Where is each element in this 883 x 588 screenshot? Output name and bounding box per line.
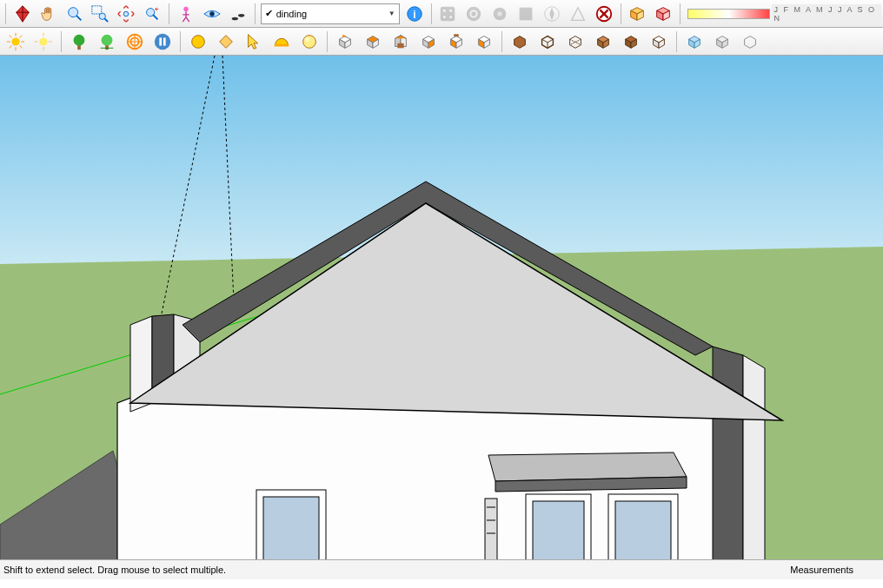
triangle-icon[interactable] bbox=[566, 1, 590, 27]
svg-line-36 bbox=[20, 45, 23, 48]
svg-point-12 bbox=[231, 17, 237, 20]
back-icon[interactable] bbox=[443, 29, 469, 55]
svg-point-20 bbox=[450, 16, 453, 18]
render1-icon[interactable] bbox=[681, 29, 707, 55]
style2-icon[interactable] bbox=[534, 29, 561, 55]
svg-marker-79 bbox=[488, 453, 687, 481]
toolbar-row-1: ✔ dinding ▼ i J F M A M J J A S O N bbox=[0, 0, 883, 28]
svg-point-10 bbox=[183, 6, 189, 11]
separator bbox=[255, 3, 256, 24]
sun1-icon[interactable] bbox=[3, 29, 29, 55]
month-scale: J F M A M J J A S O N bbox=[772, 4, 882, 23]
dice-icon[interactable] bbox=[435, 1, 460, 27]
svg-line-3 bbox=[76, 15, 81, 20]
style1-icon[interactable] bbox=[507, 29, 533, 55]
helmet-icon[interactable] bbox=[269, 29, 295, 55]
zoom-extents-icon[interactable] bbox=[114, 1, 138, 27]
tree2-icon[interactable] bbox=[94, 29, 120, 55]
toolbar-row-2 bbox=[0, 28, 883, 56]
style6-icon[interactable] bbox=[646, 29, 672, 55]
measurements-divider bbox=[776, 565, 790, 575]
svg-rect-25 bbox=[520, 7, 533, 20]
svg-rect-56 bbox=[275, 43, 289, 46]
kite-icon[interactable] bbox=[10, 1, 35, 27]
svg-point-19 bbox=[443, 16, 446, 18]
measurements-label: Measurements bbox=[790, 565, 853, 575]
svg-point-18 bbox=[450, 9, 453, 11]
ball2-icon[interactable] bbox=[296, 29, 322, 55]
iso-icon[interactable] bbox=[332, 29, 358, 55]
svg-point-22 bbox=[472, 11, 477, 17]
compass-icon[interactable] bbox=[540, 1, 564, 27]
render2-icon[interactable] bbox=[709, 29, 735, 55]
svg-line-60 bbox=[548, 39, 553, 43]
3d-viewport[interactable] bbox=[0, 56, 883, 559]
info-icon[interactable]: i bbox=[402, 1, 427, 27]
diamond-icon[interactable] bbox=[213, 29, 239, 55]
separator bbox=[169, 3, 169, 24]
status-bar: Shift to extend select. Drag mouse to se… bbox=[0, 559, 883, 579]
svg-point-17 bbox=[443, 9, 446, 11]
left-icon[interactable] bbox=[471, 29, 497, 55]
right-icon[interactable] bbox=[415, 29, 442, 55]
render3-icon[interactable] bbox=[737, 29, 763, 55]
style4-icon[interactable] bbox=[590, 29, 616, 55]
layer-name: dinding bbox=[276, 9, 307, 19]
svg-rect-54 bbox=[163, 37, 166, 45]
sun2-icon[interactable] bbox=[30, 29, 56, 55]
separator bbox=[327, 31, 328, 52]
eye-icon[interactable] bbox=[200, 1, 224, 27]
style5-icon[interactable] bbox=[618, 29, 644, 55]
svg-point-5 bbox=[100, 13, 106, 19]
gear-icon[interactable] bbox=[461, 1, 486, 27]
person-icon[interactable] bbox=[174, 1, 198, 27]
gear3-icon[interactable] bbox=[514, 1, 538, 27]
svg-point-57 bbox=[303, 35, 316, 48]
svg-point-52 bbox=[155, 33, 170, 49]
separator bbox=[61, 31, 62, 52]
separator bbox=[5, 3, 6, 24]
top-icon[interactable] bbox=[360, 29, 386, 55]
magnifier-icon[interactable] bbox=[63, 1, 87, 27]
front-icon[interactable] bbox=[388, 29, 414, 55]
svg-rect-16 bbox=[441, 6, 455, 21]
svg-line-38 bbox=[20, 35, 23, 37]
svg-point-24 bbox=[497, 11, 502, 17]
svg-marker-74 bbox=[713, 347, 743, 559]
box2-icon[interactable] bbox=[651, 1, 675, 27]
svg-rect-82 bbox=[263, 497, 319, 559]
check-icon: ✔ bbox=[265, 8, 273, 19]
svg-point-30 bbox=[11, 37, 19, 45]
box1-icon[interactable] bbox=[625, 1, 649, 27]
ball-icon[interactable] bbox=[185, 29, 211, 55]
layer-dropdown[interactable]: ✔ dinding ▼ bbox=[261, 3, 400, 24]
sun-gradient bbox=[687, 9, 769, 19]
svg-line-35 bbox=[10, 35, 12, 37]
separator bbox=[501, 31, 502, 52]
style3-icon[interactable] bbox=[562, 29, 588, 55]
svg-point-7 bbox=[124, 11, 129, 17]
svg-line-59 bbox=[542, 39, 548, 43]
separator bbox=[680, 3, 681, 24]
svg-point-58 bbox=[305, 36, 310, 42]
gear2-icon[interactable] bbox=[488, 1, 512, 27]
separator bbox=[621, 3, 621, 24]
svg-point-45 bbox=[74, 34, 85, 45]
svg-point-55 bbox=[192, 35, 205, 48]
pause-icon[interactable] bbox=[149, 29, 176, 55]
svg-point-39 bbox=[39, 37, 47, 45]
tree1-icon[interactable] bbox=[66, 29, 92, 55]
hand-icon[interactable] bbox=[37, 1, 61, 27]
x-icon[interactable] bbox=[592, 1, 616, 27]
svg-line-37 bbox=[10, 45, 12, 48]
walk-icon[interactable] bbox=[226, 1, 250, 27]
status-hint: Shift to extend select. Drag mouse to se… bbox=[3, 565, 226, 575]
zoom-window-icon[interactable] bbox=[89, 1, 113, 27]
svg-rect-90 bbox=[615, 501, 671, 559]
separator bbox=[676, 31, 677, 52]
svg-text:i: i bbox=[413, 8, 415, 20]
target-icon[interactable] bbox=[122, 29, 148, 55]
chevron-down-icon: ▼ bbox=[388, 10, 395, 17]
cursor-icon[interactable] bbox=[241, 29, 267, 55]
zoom-prev-icon[interactable] bbox=[140, 1, 164, 27]
